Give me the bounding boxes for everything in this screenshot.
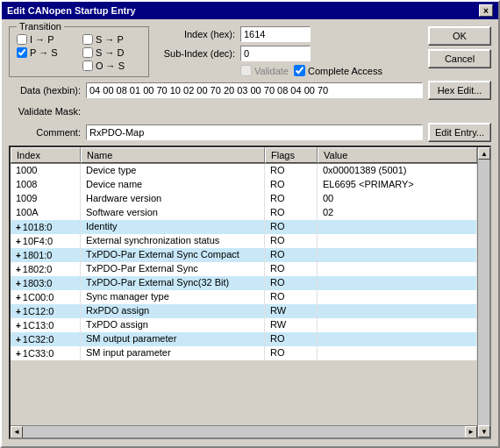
validate-checkbox	[240, 65, 252, 76]
expand-icon[interactable]: +	[16, 251, 21, 260]
checkbox-p-s-label: P → S	[30, 47, 58, 58]
validate-mask-row: Validate Mask:	[9, 103, 491, 119]
checkbox-s-d[interactable]: S → D	[82, 47, 141, 58]
scroll-left-button[interactable]: ◄	[11, 426, 23, 438]
transition-checkboxes: I → P S → P P → S S → D	[17, 34, 141, 71]
cell-index: 1008	[11, 178, 81, 192]
vertical-scrollbar[interactable]: ▲ ▼	[477, 147, 489, 437]
cell-flags: RO	[265, 290, 318, 304]
table-row[interactable]: +1C12:0 RxPDO assign RW	[11, 304, 477, 318]
close-button[interactable]: ×	[479, 4, 493, 17]
expand-icon[interactable]: +	[16, 265, 21, 274]
expand-icon[interactable]: +	[16, 307, 21, 316]
validate-mask-label: Validate Mask:	[9, 106, 81, 117]
cell-value: 0x00001389 (5001)	[318, 164, 477, 178]
table-row[interactable]: 1009 Hardware version RO 00	[11, 192, 477, 206]
table-row[interactable]: +1802:0 TxPDO-Par External Sync RO	[11, 262, 477, 276]
table-row[interactable]: +1C00:0 Sync manager type RO	[11, 290, 477, 304]
complete-access-container[interactable]: Complete Access	[294, 65, 382, 76]
cell-name: SM input parameter	[81, 346, 265, 360]
cell-name: Device type	[81, 164, 265, 178]
subindex-input[interactable]	[240, 46, 311, 61]
cell-flags: RO	[265, 234, 318, 248]
table-row[interactable]: +1018:0 Identity RO	[11, 220, 477, 234]
transition-group: Transition I → P S → P P → S	[9, 26, 149, 77]
comment-label: Comment:	[9, 127, 81, 138]
expand-icon[interactable]: +	[16, 293, 21, 302]
validate-checkbox-container[interactable]: Validate	[240, 65, 289, 76]
expand-icon[interactable]: +	[16, 279, 21, 288]
data-input[interactable]	[86, 82, 423, 98]
checkbox-o-s-input[interactable]	[82, 60, 93, 71]
table-row[interactable]: +1801:0 TxPDO-Par External Sync Compact …	[11, 248, 477, 262]
expand-icon[interactable]: +	[16, 335, 21, 345]
scroll-up-button[interactable]: ▲	[478, 147, 490, 160]
expand-icon[interactable]: +	[16, 223, 21, 232]
expand-icon[interactable]: +	[16, 321, 21, 331]
table-row[interactable]: +1C33:0 SM input parameter RO	[11, 346, 477, 360]
checkbox-s-p-input[interactable]	[82, 34, 93, 45]
cell-index: 1000	[11, 164, 81, 178]
subindex-label: Sub-Index (dec):	[156, 48, 235, 59]
cell-index: +10F4:0	[11, 234, 81, 248]
complete-access-checkbox[interactable]	[294, 65, 305, 76]
checkbox-o-s[interactable]: O → S	[82, 60, 141, 71]
table-row[interactable]: 1008 Device name RO EL6695 <PRIMARY>	[11, 178, 477, 192]
cell-value	[318, 290, 477, 304]
table-row[interactable]: +10F4:0 External synchronization status …	[11, 234, 477, 248]
table-body[interactable]: 1000 Device type RO 0x00001389 (5001) 10…	[11, 164, 477, 425]
cell-flags: RO	[265, 248, 318, 262]
cell-name: TxPDO assign	[81, 318, 265, 332]
checkbox-s-d-input[interactable]	[82, 47, 93, 58]
cell-index: +1C32:0	[11, 332, 81, 346]
cell-flags: RW	[265, 304, 318, 318]
comment-input[interactable]	[86, 124, 423, 140]
expand-icon[interactable]: +	[16, 237, 21, 246]
comment-row: Comment: Edit Entry...	[9, 123, 491, 142]
transition-label: Transition	[17, 21, 64, 32]
cell-value	[318, 262, 477, 276]
horizontal-scrollbar[interactable]: ◄ ►	[11, 425, 477, 437]
cell-flags: RO	[265, 220, 318, 234]
cell-index: 1009	[11, 192, 81, 206]
table-row[interactable]: +1C13:0 TxPDO assign RW	[11, 318, 477, 332]
checkbox-p-s[interactable]: P → S	[17, 47, 75, 58]
scroll-track[interactable]	[23, 426, 465, 438]
title-bar: Edit CANopen Startup Entry ×	[2, 2, 498, 19]
checkbox-i-p-input[interactable]	[17, 34, 27, 45]
col-name: Name	[81, 147, 265, 163]
scroll-right-button[interactable]: ►	[465, 426, 477, 438]
main-window: Edit CANopen Startup Entry × Transition …	[0, 0, 500, 448]
table-row[interactable]: 1000 Device type RO 0x00001389 (5001)	[11, 164, 477, 178]
complete-access-label: Complete Access	[308, 66, 382, 76]
checkbox-s-p[interactable]: S → P	[82, 34, 141, 45]
col-index: Index	[11, 147, 81, 163]
v-scroll-track[interactable]	[478, 160, 489, 425]
cell-index: +1801:0	[11, 248, 81, 262]
index-input[interactable]	[240, 26, 311, 42]
cell-index: +1802:0	[11, 262, 81, 276]
cell-flags: RO	[265, 178, 318, 192]
checkbox-p-s-input[interactable]	[17, 47, 27, 58]
expand-icon[interactable]: +	[16, 349, 21, 359]
scroll-down-button[interactable]: ▼	[478, 425, 490, 437]
cell-name: RxPDO assign	[81, 304, 265, 318]
cell-name: SM output parameter	[81, 332, 265, 346]
table-row[interactable]: +1803:0 TxPDO-Par External Sync(32 Bit) …	[11, 276, 477, 290]
cell-flags: RO	[265, 192, 318, 206]
edit-entry-button[interactable]: Edit Entry...	[428, 123, 491, 142]
cancel-button[interactable]: Cancel	[428, 49, 491, 68]
cell-value	[318, 318, 477, 332]
hex-edit-button[interactable]: Hex Edit...	[428, 81, 491, 100]
cell-flags: RO	[265, 346, 318, 360]
table-row[interactable]: +1C32:0 SM output parameter RO	[11, 332, 477, 346]
table-row[interactable]: 100A Software version RO 02	[11, 206, 477, 220]
checkbox-i-p-label: I → P	[30, 34, 54, 45]
data-hexbin-row: Data (hexbin): Hex Edit...	[9, 81, 491, 100]
cell-name: TxPDO-Par External Sync Compact	[81, 248, 265, 262]
col-value: Value	[318, 147, 477, 163]
checkbox-i-p[interactable]: I → P	[17, 34, 75, 45]
cell-value	[318, 220, 477, 234]
cell-value	[318, 304, 477, 318]
ok-button[interactable]: OK	[428, 26, 491, 46]
